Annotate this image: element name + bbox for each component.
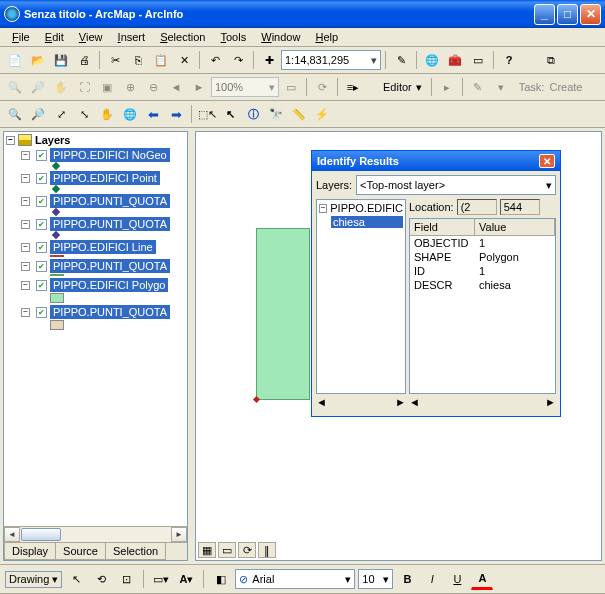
menu-view[interactable]: View	[73, 29, 109, 45]
layer-label[interactable]: PIPPO.EDIFICI Polygo	[50, 278, 168, 292]
editor-toolbar-icon[interactable]: ✎	[390, 49, 412, 71]
layer-label[interactable]: PIPPO.EDIFICI Line	[50, 240, 156, 254]
map-canvas[interactable]: Identify Results ✕ Layers: <Top-most lay…	[195, 131, 602, 561]
sketch-dd-icon[interactable]: ▾	[490, 76, 512, 98]
redo-icon[interactable]: ↷	[227, 49, 249, 71]
layer-item[interactable]: −✔PIPPO.PUNTI_QUOTA	[21, 217, 185, 231]
collapse-icon[interactable]: −	[21, 308, 30, 317]
layer-checkbox[interactable]: ✔	[36, 219, 47, 230]
size-combo[interactable]: 10▾	[358, 569, 393, 589]
refresh-view-icon[interactable]: ⟳	[238, 542, 256, 558]
arccatalog-icon[interactable]: 🌐	[421, 49, 443, 71]
pause-draw-icon[interactable]: ‖	[258, 542, 276, 558]
layout-zoomin-icon[interactable]: 🔍	[4, 76, 26, 98]
collapse-icon[interactable]: −	[21, 151, 30, 160]
layout-fixed-zoomin-icon[interactable]: ⊕	[119, 76, 141, 98]
pan-icon[interactable]: ✋	[96, 103, 118, 125]
grid-header-value[interactable]: Value	[475, 219, 555, 235]
layer-item[interactable]: −✔PIPPO.PUNTI_QUOTA	[21, 259, 185, 273]
open-icon[interactable]: 📂	[27, 49, 49, 71]
layer-label[interactable]: PIPPO.PUNTI_QUOTA	[50, 194, 170, 208]
fixed-zoomout-icon[interactable]: ⤡	[73, 103, 95, 125]
layout-next-icon[interactable]: ►	[188, 76, 210, 98]
grid-row[interactable]: OBJECTID1	[410, 236, 555, 250]
layer-label[interactable]: PIPPO.PUNTI_QUOTA	[50, 217, 170, 231]
grid-row[interactable]: SHAPEPolygon	[410, 250, 555, 264]
menu-window[interactable]: Window	[255, 29, 306, 45]
identify-grid[interactable]: Field Value OBJECTID1SHAPEPolygonID1DESC…	[409, 218, 556, 394]
maximize-button[interactable]: □	[557, 4, 578, 25]
collapse-icon[interactable]: −	[21, 197, 30, 206]
identify-icon[interactable]: ⓘ	[242, 103, 264, 125]
layer-item[interactable]: −✔PIPPO.PUNTI_QUOTA	[21, 305, 185, 319]
command-line-icon[interactable]: ▭	[467, 49, 489, 71]
collapse-icon[interactable]: −	[319, 204, 327, 213]
layout-100-icon[interactable]: ▣	[96, 76, 118, 98]
full-extent-icon[interactable]: 🌐	[119, 103, 141, 125]
zoomout-icon[interactable]: 🔎	[27, 103, 49, 125]
tab-display[interactable]: Display	[4, 543, 56, 560]
layer-item[interactable]: −✔PIPPO.EDIFICI Point	[21, 171, 185, 185]
location-x[interactable]: (2	[457, 199, 497, 215]
data-view-tab[interactable]: ▦	[198, 542, 216, 558]
bold-button[interactable]: B	[396, 568, 418, 590]
find-icon[interactable]: 🔭	[265, 103, 287, 125]
print-icon[interactable]: 🖨	[73, 49, 95, 71]
tab-selection[interactable]: Selection	[105, 543, 166, 560]
minimize-button[interactable]: _	[534, 4, 555, 25]
copy-icon[interactable]: ⎘	[127, 49, 149, 71]
layer-label[interactable]: PIPPO.EDIFICI Point	[50, 171, 160, 185]
collapse-icon[interactable]: −	[6, 136, 15, 145]
layers-combo[interactable]: <Top-most layer>▾	[356, 175, 556, 195]
hyperlink-icon[interactable]: ⚡	[311, 103, 333, 125]
grid-row[interactable]: DESCRchiesa	[410, 278, 555, 292]
underline-button[interactable]: U	[446, 568, 468, 590]
menu-file[interactable]: File	[6, 29, 36, 45]
paste-icon[interactable]: 📋	[150, 49, 172, 71]
menu-selection[interactable]: Selection	[154, 29, 211, 45]
layer-label[interactable]: PIPPO.PUNTI_QUOTA	[50, 305, 170, 319]
rotate-icon[interactable]: ⟲	[90, 568, 112, 590]
scroll-thumb[interactable]	[21, 528, 61, 541]
layer-checkbox[interactable]: ✔	[36, 150, 47, 161]
layer-item[interactable]: −✔PIPPO.EDIFICI Polygo	[21, 278, 185, 292]
text-tool-icon[interactable]: A▾	[175, 568, 197, 590]
location-y[interactable]: 544	[500, 199, 540, 215]
layer-item[interactable]: −✔PIPPO.EDIFICI NoGeo	[21, 148, 185, 162]
whats-this-icon[interactable]: ?	[498, 49, 520, 71]
menu-insert[interactable]: Insert	[112, 29, 152, 45]
toolbar-options-icon[interactable]: ≡▸	[342, 76, 364, 98]
collapse-icon[interactable]: −	[21, 262, 30, 271]
edit-tool-icon[interactable]: ▸	[436, 76, 458, 98]
next-extent-icon[interactable]: ➡	[165, 103, 187, 125]
feature-polygon[interactable]	[256, 228, 310, 400]
grid-row[interactable]: ID1	[410, 264, 555, 278]
edit-vertices-icon[interactable]: ◧	[210, 568, 232, 590]
drawing-menu[interactable]: Drawing ▾	[5, 571, 62, 588]
prev-extent-icon[interactable]: ⬅	[142, 103, 164, 125]
overview-icon[interactable]: ⧉	[540, 49, 562, 71]
identify-tree-selected[interactable]: chiesa	[331, 216, 403, 228]
rectangle-icon[interactable]: ▭▾	[150, 568, 172, 590]
layer-item[interactable]: −✔PIPPO.PUNTI_QUOTA	[21, 194, 185, 208]
delete-icon[interactable]: ✕	[173, 49, 195, 71]
scale-combo[interactable]: 1:14,831,295▾	[281, 50, 381, 70]
add-data-icon[interactable]: ✚	[258, 49, 280, 71]
layout-full-icon[interactable]: ⛶	[73, 76, 95, 98]
identify-titlebar[interactable]: Identify Results ✕	[312, 151, 560, 171]
layer-label[interactable]: PIPPO.PUNTI_QUOTA	[50, 259, 170, 273]
collapse-icon[interactable]: −	[21, 174, 30, 183]
collapse-icon[interactable]: −	[21, 243, 30, 252]
layer-checkbox[interactable]: ✔	[36, 280, 47, 291]
arctoolbox-icon[interactable]: 🧰	[444, 49, 466, 71]
layout-fixed-zoomout-icon[interactable]: ⊖	[142, 76, 164, 98]
collapse-icon[interactable]: −	[21, 220, 30, 229]
layer-checkbox[interactable]: ✔	[36, 173, 47, 184]
zoomin-icon[interactable]: 🔍	[4, 103, 26, 125]
menu-help[interactable]: Help	[309, 29, 344, 45]
layer-label[interactable]: PIPPO.EDIFICI NoGeo	[50, 148, 170, 162]
save-icon[interactable]: 💾	[50, 49, 72, 71]
identify-close-button[interactable]: ✕	[539, 154, 555, 168]
select-elements-icon[interactable]: ↖	[65, 568, 87, 590]
tab-source[interactable]: Source	[55, 543, 106, 560]
